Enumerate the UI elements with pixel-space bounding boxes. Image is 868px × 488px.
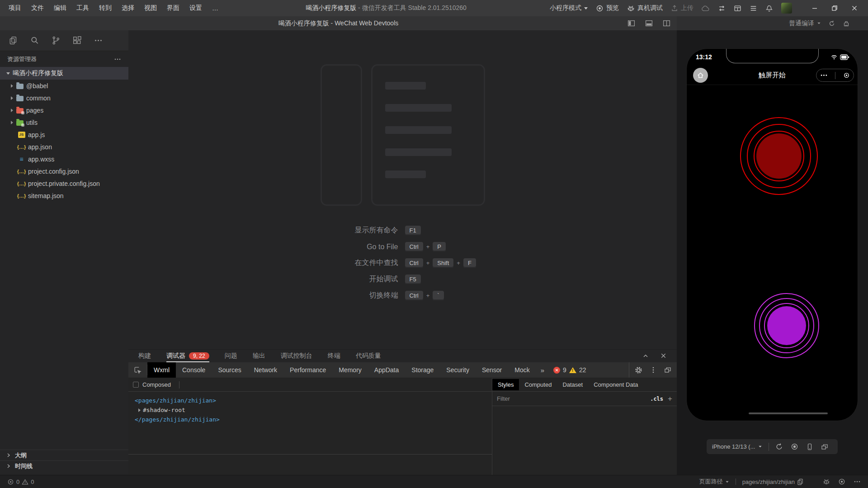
more-actions-icon[interactable] xyxy=(94,36,103,45)
explorer-icon[interactable] xyxy=(9,36,18,45)
menu-tools[interactable]: 工具 xyxy=(72,2,93,14)
tab-output[interactable]: 输出 xyxy=(253,350,265,362)
capsule-close-icon[interactable] xyxy=(843,72,850,79)
devtab-sensor[interactable]: Sensor xyxy=(476,362,508,378)
menu-select[interactable]: 选择 xyxy=(118,2,138,14)
devtab-network[interactable]: Network xyxy=(248,362,283,378)
bell-icon[interactable] xyxy=(765,5,773,12)
devtab-appdata[interactable]: AppData xyxy=(368,362,405,378)
hamburger-menu-icon[interactable] xyxy=(750,5,757,12)
extensions-icon[interactable] xyxy=(73,36,81,45)
devtab-console[interactable]: Console xyxy=(176,362,212,378)
new-style-rule-button[interactable]: + xyxy=(668,395,672,403)
statusbar-more-icon[interactable] xyxy=(854,478,861,485)
composed-checkbox[interactable] xyxy=(133,382,139,388)
current-page-path[interactable]: pages/zhijian/zhijian xyxy=(742,479,804,485)
timeline-section[interactable]: 时间线 xyxy=(0,460,128,471)
tree-item-projectconfig[interactable]: {…} project.config.json xyxy=(0,165,128,177)
device-selector[interactable]: iPhone 12/13 (... xyxy=(712,443,762,450)
upload-button[interactable]: 上传 xyxy=(671,4,693,12)
dom-open-tag[interactable]: <pages/zhijian/zhijian> xyxy=(135,396,492,405)
layout-icon[interactable] xyxy=(734,5,741,12)
page-path-dropdown[interactable]: 页面路径 xyxy=(699,478,729,486)
device-frame-icon[interactable] xyxy=(806,443,813,450)
visibility-icon[interactable] xyxy=(838,478,845,485)
devtab-sources[interactable]: Sources xyxy=(212,362,247,378)
rotate-device-icon[interactable] xyxy=(775,443,783,450)
tree-item-appwxss[interactable]: ≡ app.wxss xyxy=(0,153,128,165)
home-button[interactable] xyxy=(693,68,708,83)
capsule-more-icon[interactable] xyxy=(820,71,828,79)
outline-section[interactable]: 大纲 xyxy=(0,450,128,460)
devtab-storage[interactable]: Storage xyxy=(405,362,440,378)
compare-arrows-icon[interactable] xyxy=(718,5,726,12)
devtab-security[interactable]: Security xyxy=(440,362,476,378)
record-icon[interactable] xyxy=(791,443,798,450)
preview-button[interactable]: 预览 xyxy=(596,4,619,12)
close-button[interactable] xyxy=(844,0,864,16)
git-branch-icon[interactable] xyxy=(52,36,60,45)
tree-item-common[interactable]: common xyxy=(0,92,128,104)
tree-item-sitemap[interactable]: {…} sitemap.json xyxy=(0,190,128,202)
cloud-icon[interactable] xyxy=(702,4,710,12)
tree-item-projectprivateconfig[interactable]: {…} project.private.config.json xyxy=(0,177,128,190)
tab-terminal[interactable]: 终端 xyxy=(328,350,340,362)
minimize-button[interactable] xyxy=(805,0,825,16)
dom-close-tag[interactable]: </pages/zhijian/zhijian> xyxy=(135,415,492,424)
debug-status-icon[interactable] xyxy=(823,478,830,485)
menu-interface[interactable]: 界面 xyxy=(163,2,184,14)
devtabs-overflow-button[interactable]: » xyxy=(536,362,549,378)
search-icon[interactable] xyxy=(30,36,39,45)
console-issue-counts[interactable]: ✕ 9 22 xyxy=(549,362,590,378)
menu-project[interactable]: 项目 xyxy=(5,2,25,14)
devtab-performance[interactable]: Performance xyxy=(283,362,332,378)
refresh-icon[interactable] xyxy=(828,20,835,27)
tab-dataset[interactable]: Dataset xyxy=(557,379,588,390)
tree-item-babel[interactable]: @babel xyxy=(0,80,128,92)
menu-settings[interactable]: 设置 xyxy=(185,2,206,14)
tab-build[interactable]: 构建 xyxy=(138,350,151,362)
explorer-more-icon[interactable] xyxy=(114,56,121,63)
phone-scroll-indicator[interactable] xyxy=(749,412,828,414)
menu-view[interactable]: 视图 xyxy=(140,2,161,14)
tab-computed[interactable]: Computed xyxy=(519,379,557,390)
copy-path-icon[interactable] xyxy=(797,479,804,485)
toggle-split-icon[interactable] xyxy=(663,19,670,27)
problems-status[interactable]: 0 0 xyxy=(7,479,34,485)
expand-arrow-icon[interactable] xyxy=(138,408,141,412)
devtab-wxml[interactable]: Wxml xyxy=(147,362,176,378)
wxml-dom-tree[interactable]: <pages/zhijian/zhijian> #shadow-root </p… xyxy=(128,392,492,455)
styles-filter-input[interactable] xyxy=(497,395,646,402)
tab-debugger[interactable]: 调试器 9, 22 xyxy=(166,350,209,362)
tree-item-appjs[interactable]: JS app.js xyxy=(0,128,128,141)
menu-more[interactable]: … xyxy=(208,3,222,14)
menu-goto[interactable]: 转到 xyxy=(95,2,116,14)
tree-item-utils[interactable]: utils xyxy=(0,116,128,128)
toggle-sidebar-icon[interactable] xyxy=(627,19,635,27)
tab-styles[interactable]: Styles xyxy=(492,379,519,390)
menu-file[interactable]: 文件 xyxy=(27,2,48,14)
inspect-element-button[interactable] xyxy=(128,365,147,375)
devtab-memory[interactable]: Memory xyxy=(332,362,368,378)
miniprogram-mode-dropdown[interactable]: 小程序模式 xyxy=(550,4,588,12)
tab-code-quality[interactable]: 代码质量 xyxy=(356,350,381,362)
toggle-panel-icon[interactable] xyxy=(645,19,653,27)
tree-item-appjson[interactable]: {…} app.json xyxy=(0,141,128,153)
tab-component-data[interactable]: Component Data xyxy=(588,379,643,390)
tree-item-pages[interactable]: pages xyxy=(0,104,128,116)
devtools-more-icon[interactable] xyxy=(650,366,657,374)
toggle-class-button[interactable]: .cls xyxy=(650,396,663,402)
tab-problems[interactable]: 问题 xyxy=(225,350,237,362)
clear-cache-icon[interactable] xyxy=(843,20,850,27)
restore-button[interactable] xyxy=(825,0,844,16)
compile-mode-dropdown[interactable]: 普通编译 xyxy=(789,19,821,28)
collapse-panel-icon[interactable] xyxy=(642,352,649,360)
close-panel-icon[interactable] xyxy=(660,352,667,359)
user-avatar[interactable] xyxy=(781,3,792,14)
devtab-mock[interactable]: Mock xyxy=(508,362,536,378)
dom-shadow-root[interactable]: #shadow-root xyxy=(135,405,492,415)
menu-edit[interactable]: 编辑 xyxy=(50,2,71,14)
undock-devtools-icon[interactable] xyxy=(664,366,671,374)
tree-root-item[interactable]: 喝酒小程序修复版 xyxy=(0,67,128,80)
phone-simulator[interactable]: 13:12 触屏开始 xyxy=(686,48,858,421)
